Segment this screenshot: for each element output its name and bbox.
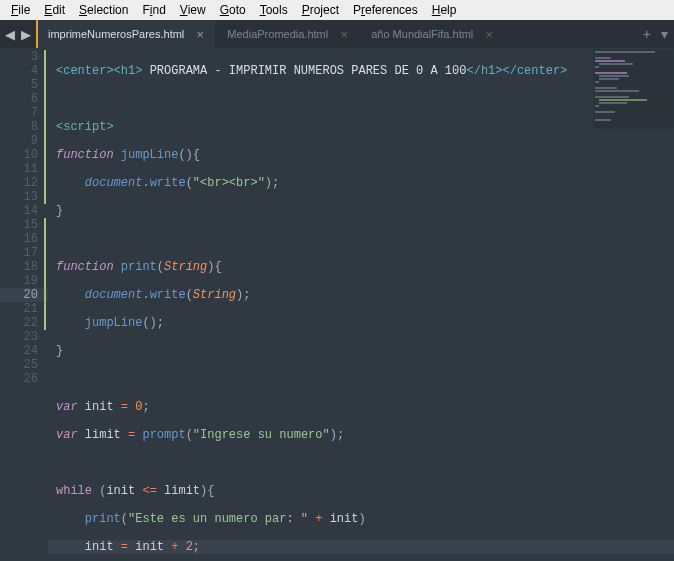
line-number: 26: [0, 372, 38, 386]
line-number: 22: [0, 316, 38, 330]
minimap[interactable]: [593, 49, 673, 129]
svg-rect-6: [595, 72, 627, 74]
svg-rect-1: [595, 51, 655, 53]
tab-controls-right: + ▾: [643, 20, 674, 48]
tab-bar: ◀ ▶ imprimeNumerosPares.html × MediaProm…: [0, 20, 674, 48]
line-number: 15: [0, 218, 38, 232]
line-number: 9: [0, 134, 38, 148]
tab-label: imprimeNumerosPares.html: [48, 28, 184, 40]
line-number: 19: [0, 274, 38, 288]
line-number: 12: [0, 176, 38, 190]
code-area[interactable]: <center><h1> PROGRAMA - IMPRIMIR NUMEROS…: [48, 48, 674, 561]
svg-rect-9: [595, 81, 599, 83]
line-number: 14: [0, 204, 38, 218]
menu-selection[interactable]: Selection: [72, 3, 135, 17]
line-number: 18: [0, 260, 38, 274]
tab-active[interactable]: imprimeNumerosPares.html ×: [36, 20, 215, 48]
tab-nav-right-icon[interactable]: ▶: [19, 27, 33, 42]
svg-rect-17: [595, 119, 611, 121]
menu-goto[interactable]: Goto: [213, 3, 253, 17]
menu-tools[interactable]: Tools: [253, 3, 295, 17]
line-number: 7: [0, 106, 38, 120]
line-number: 21: [0, 302, 38, 316]
line-number: 6: [0, 92, 38, 106]
line-number: 10: [0, 148, 38, 162]
tab-inactive[interactable]: MediaPromedia.html ×: [215, 20, 359, 48]
line-number: 16: [0, 232, 38, 246]
menu-file[interactable]: File: [4, 3, 37, 17]
gutter: 3456789101112131415161718192021222324252…: [0, 48, 48, 561]
close-icon[interactable]: ×: [194, 27, 206, 42]
svg-rect-8: [599, 78, 619, 80]
tab-label: MediaPromedia.html: [227, 28, 328, 40]
svg-rect-4: [599, 63, 633, 65]
menu-bar: File Edit Selection Find View Goto Tools…: [0, 0, 674, 20]
svg-rect-12: [595, 96, 629, 98]
line-number: 3: [0, 50, 38, 64]
svg-rect-2: [595, 57, 611, 59]
svg-rect-14: [599, 102, 627, 104]
tab-overflow-icon[interactable]: ▾: [661, 26, 668, 42]
line-number: 8: [0, 120, 38, 134]
menu-view[interactable]: View: [173, 3, 213, 17]
svg-rect-11: [595, 90, 639, 92]
menu-project[interactable]: Project: [295, 3, 346, 17]
tab-nav-left-icon[interactable]: ◀: [3, 27, 17, 42]
close-icon[interactable]: ×: [338, 27, 350, 42]
tab-inactive[interactable]: año MundialFifa.html ×: [359, 20, 504, 48]
line-number: 23: [0, 330, 38, 344]
line-number: 20: [0, 288, 48, 302]
line-number: 11: [0, 162, 38, 176]
modified-marker: [44, 50, 46, 204]
menu-edit[interactable]: Edit: [37, 3, 72, 17]
close-icon[interactable]: ×: [483, 27, 495, 42]
svg-rect-13: [599, 99, 647, 101]
menu-find[interactable]: Find: [135, 3, 172, 17]
line-number: 5: [0, 78, 38, 92]
svg-rect-10: [595, 87, 617, 89]
svg-rect-5: [595, 66, 599, 68]
svg-rect-3: [595, 60, 625, 62]
modified-marker: [44, 218, 46, 330]
line-number: 13: [0, 190, 38, 204]
svg-rect-15: [595, 105, 599, 107]
line-number: 24: [0, 344, 38, 358]
tab-label: año MundialFifa.html: [371, 28, 473, 40]
editor: 3456789101112131415161718192021222324252…: [0, 48, 674, 561]
tab-nav: ◀ ▶: [0, 20, 36, 48]
svg-rect-16: [595, 111, 615, 113]
svg-rect-7: [599, 75, 629, 77]
menu-preferences[interactable]: Preferences: [346, 3, 425, 17]
line-number: 4: [0, 64, 38, 78]
menu-help[interactable]: Help: [425, 3, 464, 17]
line-number: 25: [0, 358, 38, 372]
new-tab-icon[interactable]: +: [643, 26, 651, 42]
line-number: 17: [0, 246, 38, 260]
